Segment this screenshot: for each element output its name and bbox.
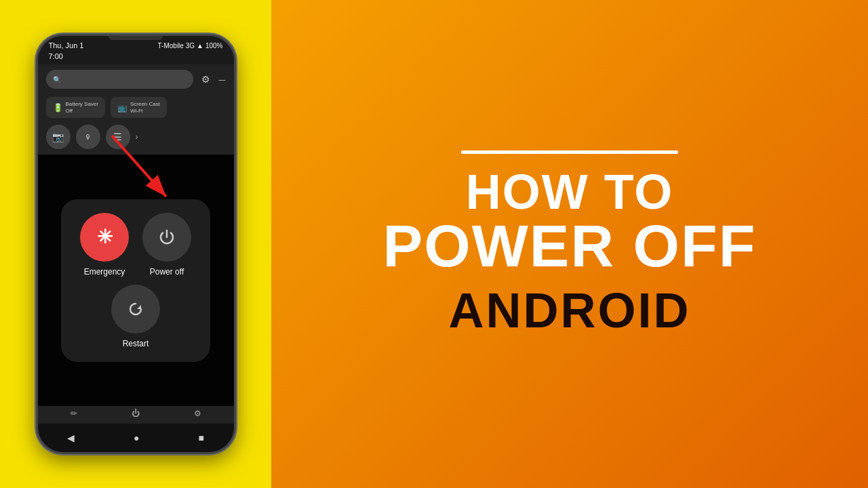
- settings-bottom-icon[interactable]: ⚙: [170, 409, 226, 418]
- signal-icon: ▲: [197, 42, 203, 49]
- time-bar: 7:00: [38, 52, 234, 64]
- arrow-right-icon: ›: [136, 132, 138, 142]
- quick-settings-row: 🔋 Battery Saver Off 📺 Screen Cast Wi-Fi: [38, 94, 234, 123]
- power-off-label: Power off: [150, 267, 184, 277]
- screen-cast-icon: 📺: [117, 103, 127, 113]
- carrier-battery: T-Mobile 3G ▲ 100%: [158, 42, 223, 49]
- power-bottom-icon[interactable]: ⏻: [108, 409, 164, 418]
- svg-marker-0: [137, 305, 141, 309]
- screen-cast-tile[interactable]: 📺 Screen Cast Wi-Fi: [111, 97, 167, 118]
- emergency-button[interactable]: ✳ Emergency: [80, 213, 129, 277]
- extra-circle[interactable]: ☰: [106, 125, 130, 149]
- decorative-line: [461, 150, 678, 154]
- emergency-circle: ✳: [80, 213, 129, 262]
- restart-label: Restart: [123, 339, 149, 348]
- edit-icon[interactable]: ✏: [46, 409, 102, 418]
- date-display: Thu, Jun 1: [49, 41, 84, 49]
- phone-screen: Thu, Jun 1 T-Mobile 3G ▲ 100% 7:00 🔍 ⚙: [38, 36, 234, 452]
- battery-saver-tile[interactable]: 🔋 Battery Saver Off: [46, 97, 105, 118]
- search-icon: 🔍: [53, 76, 61, 83]
- power-off-heading: POWER OFF: [383, 216, 757, 276]
- android-heading: ANDROID: [449, 283, 691, 338]
- power-menu-top: ✳ Emergency Powe: [80, 213, 191, 277]
- battery-text: 100%: [205, 42, 223, 49]
- back-button[interactable]: ◀: [67, 432, 75, 443]
- power-off-button[interactable]: Power off: [142, 213, 191, 277]
- expand-icon: —: [219, 76, 226, 83]
- screen-cast-label: Screen Cast: [130, 101, 160, 108]
- restart-circle: [111, 285, 160, 333]
- how-to-heading: HOW TO: [466, 167, 674, 216]
- phone-frame: Thu, Jun 1 T-Mobile 3G ▲ 100% 7:00 🔍 ⚙: [36, 34, 236, 454]
- right-panel: HOW TO POWER OFF ANDROID: [271, 0, 868, 488]
- recent-button[interactable]: ■: [199, 432, 204, 443]
- battery-saver-label: Battery Saver: [66, 101, 98, 108]
- phone-notch: [108, 36, 163, 40]
- carrier-text: T-Mobile 3G: [158, 42, 195, 49]
- screen-cast-status: Wi-Fi: [130, 108, 160, 115]
- bottom-toolbar: ✏ ⏻ ⚙: [38, 406, 234, 424]
- settings-gear-icon[interactable]: ⚙: [199, 72, 214, 87]
- camera-circle[interactable]: 📷: [46, 125, 71, 149]
- power-menu-box: ✳ Emergency Powe: [61, 199, 210, 362]
- left-panel: Thu, Jun 1 T-Mobile 3G ▲ 100% 7:00 🔍 ⚙: [0, 0, 271, 488]
- quick-circles-row: 📷 🎙 ☰ ›: [38, 123, 234, 155]
- time-display: 7:00: [49, 52, 63, 60]
- home-button[interactable]: ●: [134, 432, 139, 443]
- battery-saver-icon: 🔋: [53, 103, 63, 113]
- emergency-asterisk-icon: ✳: [97, 226, 113, 248]
- restart-button[interactable]: Restart: [111, 285, 160, 348]
- battery-saver-status: Off: [66, 108, 98, 115]
- search-bar[interactable]: 🔍: [46, 70, 193, 89]
- power-off-icon: [156, 226, 178, 248]
- power-menu-overlay: ✳ Emergency Powe: [38, 155, 234, 406]
- restart-icon: [125, 298, 146, 320]
- phone-nav-bar: ◀ ● ■: [38, 424, 234, 452]
- notification-area: 🔍 ⚙ —: [38, 64, 234, 94]
- mic-circle[interactable]: 🎙: [76, 125, 100, 149]
- poweroff-circle: [142, 213, 191, 262]
- emergency-label: Emergency: [84, 267, 125, 277]
